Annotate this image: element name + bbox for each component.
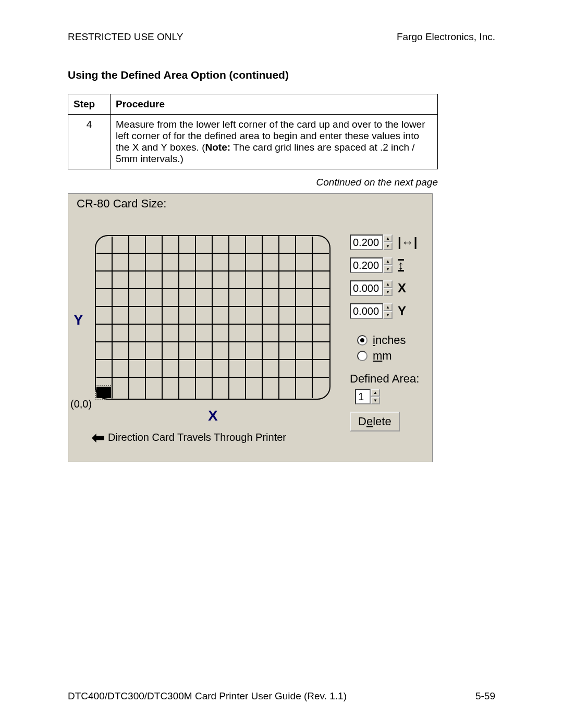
y-input[interactable]: 0.000: [350, 303, 383, 319]
card-direction-row: ⬅ Direction Card Travels Through Printer: [92, 431, 286, 443]
spin-up-icon[interactable]: ▲: [383, 257, 393, 265]
col-procedure: Procedure: [111, 94, 438, 115]
page-footer: DTC400/DTC300/DTC300M Card Printer User …: [68, 690, 495, 702]
y-axis-label: Y: [74, 312, 83, 328]
spin-up-icon[interactable]: ▲: [371, 389, 380, 397]
spin-down-icon[interactable]: ▼: [383, 288, 393, 296]
spin-down-icon[interactable]: ▼: [383, 311, 393, 319]
note-label: Note:: [205, 142, 230, 153]
delete-mnemonic: e: [366, 415, 373, 428]
controls-column: 0.200 ▲ ▼ |↔| 0.200 ▲ ▼ ↕ 0.00: [350, 215, 427, 454]
spin-up-icon[interactable]: ▲: [383, 235, 393, 242]
y-spinner-row: 0.000 ▲ ▼ Y: [350, 303, 427, 319]
footer-left: DTC400/DTC300/DTC300M Card Printer User …: [68, 690, 347, 702]
mm-label: m: [382, 349, 391, 362]
x-icon: X: [398, 281, 406, 295]
x-axis-label: X: [208, 408, 218, 424]
y-icon: Y: [398, 304, 406, 318]
units-mm-radio[interactable]: mm: [357, 349, 427, 363]
delete-button[interactable]: Delete: [350, 412, 400, 431]
x-input[interactable]: 0.000: [350, 280, 383, 296]
x-spinner-row: 0.000 ▲ ▼ X: [350, 280, 427, 296]
panel-title: CR-80 Card Size:: [77, 197, 427, 211]
radio-unchecked-icon: [357, 351, 368, 361]
direction-text: Direction Card Travels Through Printer: [108, 431, 286, 443]
width-stepper[interactable]: ▲ ▼: [383, 235, 393, 250]
height-icon: ↕: [398, 259, 404, 272]
card-size-panel: CR-80 Card Size:: [68, 193, 433, 462]
height-spinner-row: 0.200 ▲ ▼ ↕: [350, 257, 427, 273]
delete-before: D: [358, 415, 366, 428]
spin-down-icon[interactable]: ▼: [371, 397, 380, 404]
continued-note: Continued on the next page: [68, 177, 438, 188]
height-stepper[interactable]: ▲ ▼: [383, 257, 393, 273]
col-step: Step: [68, 94, 111, 115]
left-arrow-icon: ⬅: [92, 433, 105, 443]
svg-rect-22: [96, 387, 111, 398]
section-title: Using the Defined Area Option (continued…: [68, 69, 495, 81]
delete-after: lete: [373, 415, 391, 428]
y-stepper[interactable]: ▲ ▼: [383, 303, 393, 319]
procedure-table: Step Procedure 4 Measure from the lower …: [68, 94, 438, 169]
defined-area-label: Defined Area:: [350, 372, 427, 386]
defined-area-input[interactable]: 1: [355, 389, 371, 404]
radio-checked-icon: [357, 335, 368, 346]
header-left: RESTRICTED USE ONLY: [68, 31, 183, 43]
page-header: RESTRICTED USE ONLY Fargo Electronics, I…: [68, 31, 495, 43]
spin-down-icon[interactable]: ▼: [383, 265, 393, 273]
inches-label: nches: [375, 334, 406, 347]
spin-down-icon[interactable]: ▼: [383, 242, 393, 250]
spin-up-icon[interactable]: ▲: [383, 280, 393, 288]
procedure-text: Measure from the lower left corner of th…: [111, 115, 438, 169]
units-inches-radio[interactable]: inches: [357, 334, 427, 347]
step-number: 4: [68, 115, 111, 169]
header-right: Fargo Electronics, Inc.: [397, 31, 495, 43]
defined-area-stepper[interactable]: ▲ ▼: [371, 389, 380, 404]
spin-up-icon[interactable]: ▲: [383, 303, 393, 311]
x-stepper[interactable]: ▲ ▼: [383, 280, 393, 296]
width-input[interactable]: 0.200: [350, 235, 383, 250]
origin-label: (0,0): [70, 398, 92, 410]
mm-mnemonic: m: [373, 349, 382, 362]
defined-area-spinner: 1 ▲ ▼: [355, 389, 427, 404]
table-row: 4 Measure from the lower left corner of …: [68, 115, 438, 169]
footer-right: 5-59: [475, 690, 495, 702]
width-spinner-row: 0.200 ▲ ▼ |↔|: [350, 235, 427, 250]
width-icon: |↔|: [398, 235, 417, 250]
height-input[interactable]: 0.200: [350, 257, 383, 273]
card-grid-area: Y (0,0) X ⬅ Direction Card Travels Throu…: [74, 215, 350, 454]
